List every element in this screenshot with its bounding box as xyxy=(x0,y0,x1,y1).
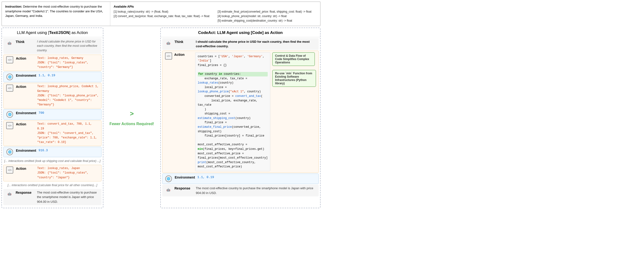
robot-icon-left: 🤖 xyxy=(6,40,13,47)
action1-text: Text: lookup_rates, Germany xyxy=(37,57,83,60)
action1-json: JSON: {"tool": "lookup_rates", "country"… xyxy=(37,61,88,69)
globe-icon-2-left: 🌐 xyxy=(6,111,14,118)
code-icon-box-1: </> xyxy=(6,56,13,63)
omitted-text-2-left: [... interactions omitted (calculate fin… xyxy=(2,182,103,188)
think-row-left: 🤖 Think I should calculate the phone pri… xyxy=(3,38,102,54)
api-item-4: [4] lookup_phone_price(model: str, count… xyxy=(218,14,317,19)
fewer-actions-label: Fewer Actions Required! xyxy=(108,120,156,128)
action4-text: Text: lookup_rates, Japan xyxy=(37,167,80,170)
think-label-right: Think xyxy=(174,40,194,44)
action-row-4-left: </> Action Text: lookup_rates, Japan JSO… xyxy=(3,165,102,181)
code-icon-3-left: </> xyxy=(6,122,14,129)
code-line-12: most_cost_effective_price = final_prices… xyxy=(198,152,268,160)
code-icon-box-2: </> xyxy=(6,85,13,92)
code-line-1: countries = ['USA', 'Japan', 'Germany', … xyxy=(198,55,264,63)
annotation-container: Control & Data Flow of Code Simplifies C… xyxy=(272,52,316,87)
action-row-2-left: </> Action Text: lookup_phone_price, Cod… xyxy=(3,83,102,109)
globe-box-3: 🌐 xyxy=(6,149,13,155)
env-label-3-left: Environment xyxy=(16,148,36,152)
response-label-right: Response xyxy=(174,186,194,190)
action-label-2-left: Action xyxy=(16,84,35,89)
instruction-box: Instruction: Determine the most cost-eff… xyxy=(2,2,110,26)
omitted-text-1-left: [... interactions omitted (look up shipp… xyxy=(2,158,103,164)
env-label-right: Environment xyxy=(175,175,195,179)
response-text-left: The most cost-effective country to purch… xyxy=(37,190,99,204)
left-title-bold: Text/JSON xyxy=(49,30,69,35)
globe-box-right: 🌐 xyxy=(165,175,172,182)
action-content-4-left: Text: lookup_rates, Japan JSON: {"tool":… xyxy=(37,166,99,180)
code-line-3: exchange_rate, tax_rate = lookup_rates(c… xyxy=(198,77,247,85)
main-section: LLM Agent using [Text/JSON] as Action 🤖 … xyxy=(2,28,320,208)
env-text-1-left: 1.1, 0.19 xyxy=(39,73,99,78)
robot-icon-resp-left: 🤖 xyxy=(6,190,13,198)
response-label-left: Response xyxy=(16,190,34,194)
env-text-3-left: 916.3 xyxy=(39,148,99,153)
apis-box: Available APIs [1] lookup_rates(country:… xyxy=(110,2,320,26)
action-label-3-left: Action xyxy=(16,122,35,126)
action-row-1-left: </> Action Text: lookup_rates, Germany J… xyxy=(3,55,102,71)
env-label-1-left: Environment xyxy=(16,73,36,77)
divider-section: > Fewer Actions Required! xyxy=(105,28,158,208)
response-text-right: The most cost-effective country to purch… xyxy=(196,186,316,195)
left-title: LLM Agent using [Text/JSON] as Action xyxy=(2,28,103,37)
codeact-label: CodeAct: xyxy=(198,30,216,35)
code-line-8: shipping_cost = estimate_shipping_cost(c… xyxy=(198,112,251,120)
apis-grid: [1] lookup_rates(country: str) -> (float… xyxy=(114,10,317,23)
code-icon-4-left: </> xyxy=(6,166,14,174)
right-title: CodeAct: LLM Agent using [Code] as Actio… xyxy=(161,28,320,37)
globe-icon-right: 🌐 xyxy=(165,175,172,183)
response-row-right: 🤖 Response The most cost-effective count… xyxy=(162,185,319,196)
action-row-3-left: </> Action Text: convert_and_tax, 700, 1… xyxy=(3,120,102,146)
globe-box-1: 🌐 xyxy=(6,74,13,80)
api-item-5 xyxy=(114,19,213,23)
env-text-2-left: 700 xyxy=(39,111,99,115)
robot-icon-right: 🤖 xyxy=(164,40,172,47)
globe-icon-1-left: 🌐 xyxy=(6,73,14,81)
annotation-box-1: Control & Data Flow of Code Simplifies C… xyxy=(272,52,315,66)
code-line-7: ) xyxy=(198,108,206,111)
think-label-left: Think xyxy=(16,40,34,44)
code-icon-box-4: </> xyxy=(6,166,13,174)
response-row-left: 🤖 Response The most cost-effective count… xyxy=(3,189,102,205)
action-label-1-left: Action xyxy=(16,56,35,60)
code-line-10: final_prices[country] = final_price xyxy=(198,134,264,137)
code-line-2: final_prices = {} xyxy=(198,64,227,67)
instruction-label: Instruction: xyxy=(5,5,22,8)
code-icon-2-left: </> xyxy=(6,84,14,92)
code-line-9: final_price = estimate_final_price(conve… xyxy=(198,121,261,133)
code-block-right: countries = ['USA', 'Japan', 'Germany', … xyxy=(195,52,270,171)
robot-icon-resp-right: 🤖 xyxy=(164,186,172,193)
think-text-right: I should calculate the phone price in US… xyxy=(196,40,316,49)
api-item-3: [3] estimate_final_price(converted_price… xyxy=(218,10,317,14)
code-line-13: print(most_cost_effective_country, most_… xyxy=(198,161,256,169)
code-line-6: local_price, exchange_rate, tax_rate xyxy=(198,99,258,107)
code-icon-1-left: </> xyxy=(6,56,14,64)
apis-title: Available APIs xyxy=(114,4,317,9)
top-section: Instruction: Determine the most cost-eff… xyxy=(2,2,320,26)
action2-json: JSON: {"tool": "lookup_phone_price", "mo… xyxy=(37,94,99,106)
globe-icon-3-left: 🌐 xyxy=(6,148,14,156)
think-text-left: I should calculate the phone price in US… xyxy=(37,40,99,53)
left-panel: LLM Agent using [Text/JSON] as Action 🤖 … xyxy=(2,28,104,208)
action2-text: Text: lookup_phone_price, CodeAct 1, Ger… xyxy=(37,85,99,93)
api-item-1: [1] lookup_rates(country: str) -> (float… xyxy=(114,10,213,14)
globe-box-2: 🌐 xyxy=(6,111,13,118)
right-panel: CodeAct: LLM Agent using [Code] as Actio… xyxy=(160,28,320,208)
action3-json: JSON: {"tool": "convert_and_tax", "price… xyxy=(37,132,97,144)
action-label-4-left: Action xyxy=(16,166,35,170)
env-row-3-left: 🌐 Environment 916.3 xyxy=(3,147,102,157)
code-line-11: most_cost_effective_country = min(final_… xyxy=(198,143,264,151)
env-text-right: 1.1, 0.19 xyxy=(197,175,316,180)
annotation-box-2: Re-use `min` Function from Existing Soft… xyxy=(272,70,316,87)
greater-than-arrow: > xyxy=(129,108,135,120)
action3-text: Text: convert_and_tax, 700, 1.1, 0.19 xyxy=(37,122,92,130)
env-row-right: 🌐 Environment 1.1, 0.19 xyxy=(162,174,319,184)
code-label-right: Code xyxy=(252,30,262,35)
api-item-5b: [5] estimate_shipping_cost(destination_c… xyxy=(218,19,317,23)
code-icon-box-right: </> xyxy=(165,53,172,60)
action-row-right: </> Action countries = ['USA', 'Japan', … xyxy=(162,51,319,173)
env-row-2-left: 🌐 Environment 700 xyxy=(3,109,102,120)
action-label-right: Action xyxy=(174,52,193,57)
action-content-1-left: Text: lookup_rates, Germany JSON: {"tool… xyxy=(37,56,99,70)
env-row-1-left: 🌐 Environment 1.1, 0.19 xyxy=(3,72,102,82)
